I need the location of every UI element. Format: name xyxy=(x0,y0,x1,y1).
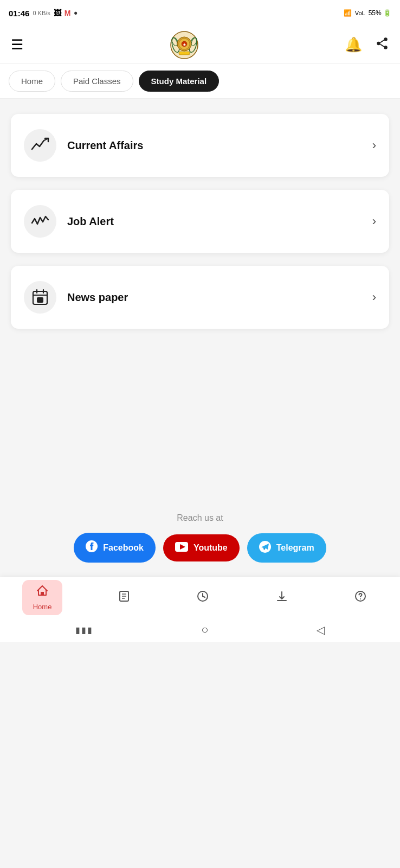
svg-rect-24 xyxy=(41,592,44,595)
facebook-label: Facebook xyxy=(103,543,144,553)
notification-bell-icon[interactable]: 🔔 xyxy=(345,36,362,53)
app-header: ☰ ★ 🔔 xyxy=(0,26,400,64)
android-nav-bar: ▮▮▮ ○ ◁ xyxy=(0,618,400,642)
download-nav-icon xyxy=(275,590,288,606)
gallery-icon: 🖼 xyxy=(54,9,61,17)
trending-up-icon xyxy=(31,137,49,154)
help-nav-icon xyxy=(354,590,367,606)
nav-home[interactable]: Home xyxy=(22,580,63,615)
reach-us-section: Reach us at Facebook Youtube xyxy=(0,498,400,571)
battery-display: 55% 🔋 xyxy=(369,9,391,17)
telegram-label: Telegram xyxy=(276,543,314,553)
svg-text:★: ★ xyxy=(183,43,186,47)
kb-display: 0 KB/s xyxy=(33,10,50,16)
current-affairs-left: Current Affairs xyxy=(24,129,143,162)
main-content: Current Affairs › Job Alert › xyxy=(0,99,400,498)
tab-home[interactable]: Home xyxy=(9,71,55,92)
facebook-icon xyxy=(86,540,98,555)
telegram-icon xyxy=(259,541,271,555)
newspaper-left: News paper xyxy=(24,281,128,314)
current-affairs-label: Current Affairs xyxy=(67,139,143,152)
nav-clock[interactable] xyxy=(185,585,220,610)
telegram-button[interactable]: Telegram xyxy=(247,533,326,563)
emblem-logo: ★ xyxy=(170,31,198,59)
job-alert-card[interactable]: Job Alert › xyxy=(11,190,389,253)
svg-point-10 xyxy=(384,37,388,41)
hamburger-menu[interactable]: ☰ xyxy=(11,36,23,53)
signal-icon: VoL xyxy=(355,10,365,16)
nav-notes[interactable] xyxy=(107,585,141,610)
newspaper-icon-circle xyxy=(24,281,56,314)
svg-line-14 xyxy=(380,44,384,46)
content-spacer xyxy=(11,342,389,483)
svg-line-13 xyxy=(380,40,384,42)
time-display: 01:46 xyxy=(9,9,29,18)
current-affairs-card[interactable]: Current Affairs › xyxy=(11,114,389,177)
svg-point-12 xyxy=(384,46,388,49)
dot-indicator: • xyxy=(74,8,77,19)
clock-nav-icon xyxy=(196,590,209,606)
current-affairs-icon-circle xyxy=(24,129,56,162)
newspaper-card[interactable]: News paper › xyxy=(11,266,389,329)
bottom-navigation: Home xyxy=(0,577,400,618)
svg-point-11 xyxy=(377,41,380,45)
youtube-label: Youtube xyxy=(193,543,228,553)
youtube-icon xyxy=(175,542,188,554)
share-icon[interactable] xyxy=(375,36,389,54)
gmail-icon: M xyxy=(64,9,71,17)
svg-rect-9 xyxy=(179,52,190,55)
hamburger-icon: ☰ xyxy=(11,36,23,53)
nav-download[interactable] xyxy=(264,585,299,610)
status-right: 📶 VoL 55% 🔋 xyxy=(344,9,391,17)
nav-home-label: Home xyxy=(33,603,52,611)
nav-help[interactable] xyxy=(343,585,378,610)
youtube-button[interactable]: Youtube xyxy=(163,534,240,561)
social-buttons-container: Facebook Youtube Telegram xyxy=(11,533,389,563)
job-alert-icon-circle xyxy=(24,205,56,238)
svg-rect-19 xyxy=(37,297,43,303)
job-alert-label: Job Alert xyxy=(67,215,114,228)
status-left: 01:46 0 KB/s 🖼 M • xyxy=(9,8,78,19)
job-alert-chevron: › xyxy=(372,214,376,228)
android-recents-icon[interactable]: ▮▮▮ xyxy=(75,625,93,635)
facebook-button[interactable]: Facebook xyxy=(74,533,156,563)
tab-study-material[interactable]: Study Material xyxy=(139,71,220,92)
logo-container: ★ xyxy=(169,30,199,60)
status-bar: 01:46 0 KB/s 🖼 M • 📶 VoL 55% 🔋 xyxy=(0,0,400,26)
svg-point-34 xyxy=(360,598,361,599)
newspaper-chevron: › xyxy=(372,290,376,304)
svg-line-31 xyxy=(203,596,205,597)
reach-us-title: Reach us at xyxy=(11,513,389,523)
calendar-icon xyxy=(31,288,49,307)
header-right-icons: 🔔 xyxy=(345,36,389,54)
wave-chart-icon xyxy=(31,213,49,229)
tab-paid-classes[interactable]: Paid Classes xyxy=(61,71,133,92)
notes-nav-icon xyxy=(118,590,131,606)
newspaper-label: News paper xyxy=(67,291,128,304)
tabs-container: Home Paid Classes Study Material xyxy=(0,64,400,99)
home-nav-icon xyxy=(36,584,49,601)
android-back-icon[interactable]: ◁ xyxy=(317,623,325,636)
wifi-icon: 📶 xyxy=(344,9,352,17)
android-home-icon[interactable]: ○ xyxy=(201,623,208,637)
current-affairs-chevron: › xyxy=(372,138,376,152)
job-alert-left: Job Alert xyxy=(24,205,114,238)
